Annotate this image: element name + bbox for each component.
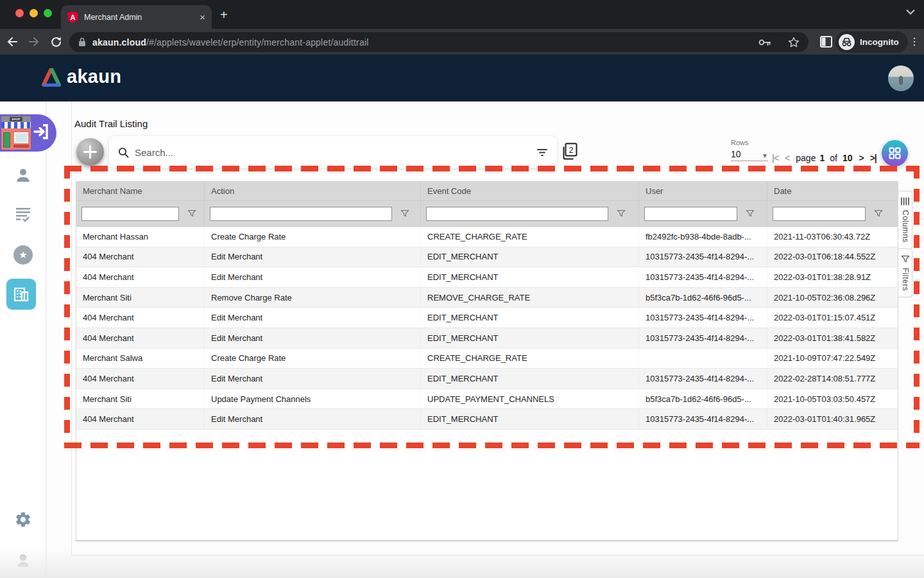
filter-list-icon[interactable] — [536, 148, 548, 157]
chevron-down-icon[interactable] — [906, 9, 915, 15]
table-row[interactable]: Merchant SitiRemove Charge RateREMOVE_CH… — [76, 288, 898, 308]
side-panel-icon[interactable] — [820, 36, 832, 48]
add-record-button[interactable] — [76, 138, 104, 166]
tab-title: Merchant Admin — [84, 13, 196, 22]
column-filter-input[interactable] — [773, 207, 866, 221]
table-row[interactable]: Merchant SalwaCreate Charge RateCREATE_C… — [76, 349, 898, 369]
column-header[interactable]: Date — [767, 182, 898, 200]
akaun-logo: akaun — [41, 66, 121, 87]
filter-cell — [639, 201, 767, 226]
table-cell: CREATE_CHARGE_RATE — [421, 227, 639, 247]
table-filter-row — [76, 201, 898, 227]
table-cell: 2021-10-09T07:47:22.549Z — [767, 349, 898, 369]
table-cell: Edit Merchant — [205, 247, 421, 267]
table-cell: EDIT_MERCHANT — [421, 328, 639, 348]
table-cell: Edit Merchant — [205, 328, 421, 348]
window-minimize-button[interactable] — [30, 9, 38, 17]
table-cell: 2022-03-01T01:15:07.451Z — [767, 308, 898, 328]
incognito-icon — [839, 34, 855, 50]
table-cell: 10315773-2435-4f14-8294-... — [639, 369, 767, 389]
column-funnel-icon[interactable] — [187, 209, 196, 218]
table-cell: EDIT_MERCHANT — [421, 369, 639, 389]
store-sign-label: SHOP — [10, 117, 23, 121]
sidebar-item-users[interactable] — [0, 166, 46, 185]
columns-tab-label: Columns — [901, 210, 910, 243]
columns-tab[interactable]: Columns — [898, 191, 912, 249]
column-filter-input[interactable] — [426, 207, 608, 221]
table-cell: Merchant Hassan — [76, 227, 205, 247]
brand-name: akaun — [67, 66, 121, 87]
url-bar[interactable]: akaun.cloud/#/applets/wavelet/erp/entity… — [69, 32, 809, 52]
table-row[interactable]: 404 MerchantEdit MerchantEDIT_MERCHANT10… — [76, 328, 898, 349]
back-button[interactable] — [3, 32, 22, 51]
new-tab-button[interactable]: + — [220, 8, 228, 22]
browser-menu-icon[interactable]: ⋮ — [909, 35, 920, 48]
search-icon — [118, 147, 129, 158]
table-row[interactable]: 404 MerchantEdit MerchantEDIT_MERCHANT10… — [76, 247, 898, 268]
column-header[interactable]: User — [639, 182, 767, 200]
search-input[interactable] — [135, 147, 536, 158]
last-page-button[interactable]: >| — [870, 153, 877, 163]
first-page-button[interactable]: |< — [772, 153, 778, 163]
rows-label: Rows — [731, 139, 768, 146]
bookmark-star-icon[interactable] — [788, 37, 800, 48]
table-row[interactable]: Merchant HassanCreate Charge RateCREATE_… — [76, 227, 898, 247]
forward-button[interactable] — [24, 32, 44, 51]
table-cell: 2022-02-28T14:08:51.777Z — [767, 369, 898, 389]
filter-cell — [421, 201, 639, 226]
password-key-icon[interactable] — [758, 39, 771, 46]
column-filter-input[interactable] — [210, 207, 392, 221]
table-body: Merchant HassanCreate Charge RateCREATE_… — [76, 227, 898, 430]
user-avatar[interactable] — [888, 66, 914, 91]
table-row[interactable]: Merchant SitiUpdate Payment ChannelsUPDA… — [76, 389, 898, 410]
table-cell: Edit Merchant — [205, 308, 421, 328]
column-filter-input[interactable] — [644, 207, 737, 221]
checklist-icon — [14, 206, 32, 223]
sidebar-item-tasks[interactable] — [0, 206, 46, 223]
sidebar-item-favorites[interactable]: ★ — [0, 245, 46, 265]
rows-per-page-select[interactable]: 10 ▼ — [731, 149, 768, 161]
tab-close-icon[interactable]: × — [200, 12, 205, 22]
filters-tab[interactable]: Filters — [898, 249, 912, 297]
table-row[interactable]: 404 MerchantEdit MerchantEDIT_MERCHANT10… — [76, 369, 898, 389]
url-path: /#/applets/wavelet/erp/entity/merchant-a… — [146, 37, 369, 48]
table-cell: Edit Merchant — [205, 267, 421, 287]
sidebar-item-settings[interactable] — [0, 511, 46, 529]
column-funnel-icon[interactable] — [746, 209, 755, 218]
column-header[interactable]: Action — [205, 182, 421, 200]
store-awning — [1, 122, 31, 128]
sidebar-item-profile[interactable] — [0, 551, 46, 569]
column-funnel-icon[interactable] — [874, 209, 883, 218]
prev-page-button[interactable]: < — [785, 153, 789, 163]
columns-icon — [901, 197, 909, 206]
browser-tab[interactable]: A Merchant Admin × — [61, 5, 212, 29]
table-row[interactable]: 404 MerchantEdit MerchantEDIT_MERCHANT10… — [76, 267, 898, 288]
table-row[interactable]: 404 MerchantEdit MerchantEDIT_MERCHANT10… — [76, 409, 898, 430]
duplicate-pages-icon[interactable]: 2 — [561, 143, 579, 161]
table-cell: EDIT_MERCHANT — [421, 267, 639, 287]
of-word: of — [830, 153, 837, 163]
filter-cell — [767, 201, 898, 226]
sidebar-item-store[interactable]: SHOP — [0, 114, 56, 152]
column-funnel-icon[interactable] — [400, 209, 409, 218]
column-header[interactable]: Merchant Name — [76, 182, 205, 200]
table-cell: 404 Merchant — [76, 409, 205, 429]
table-cell: 2022-03-01T01:38:28.91Z — [767, 267, 898, 287]
sidebar-item-entity-active[interactable] — [6, 279, 36, 310]
table-cell: EDIT_MERCHANT — [421, 308, 639, 328]
reload-button[interactable] — [46, 32, 65, 51]
building-icon — [13, 286, 30, 302]
table-cell: Remove Charge Rate — [205, 288, 421, 308]
window-zoom-button[interactable] — [44, 9, 52, 17]
column-header[interactable]: Event Code — [421, 182, 639, 200]
apps-grid-button[interactable] — [882, 140, 908, 166]
column-filter-input[interactable] — [81, 207, 179, 221]
annotation-dash-top — [64, 166, 920, 171]
next-page-button[interactable]: > — [859, 153, 864, 163]
column-funnel-icon[interactable] — [617, 209, 626, 218]
table-row[interactable]: 404 MerchantEdit MerchantEDIT_MERCHANT10… — [76, 308, 898, 328]
table-cell: 10315773-2435-4f14-8294-... — [639, 267, 767, 287]
table-cell: Merchant Salwa — [76, 349, 205, 369]
filter-cell — [76, 201, 205, 226]
window-close-button[interactable] — [15, 9, 24, 17]
